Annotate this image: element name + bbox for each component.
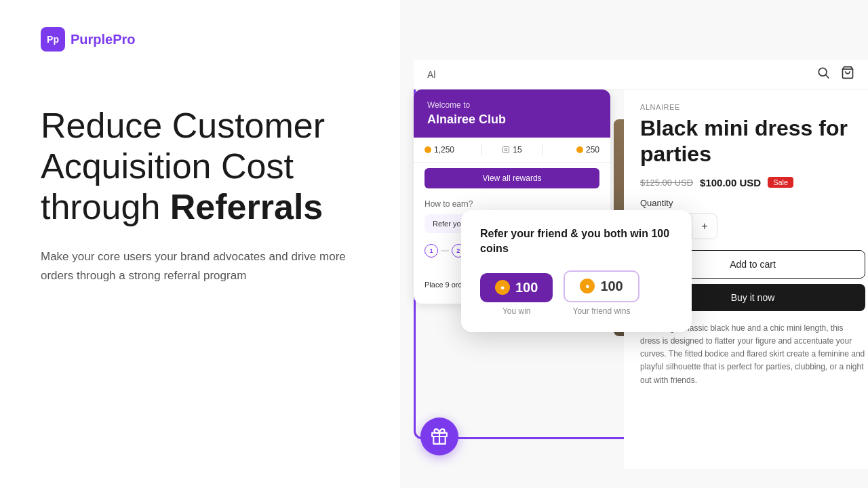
loyalty-stats: 1,250 15 250 xyxy=(414,138,610,163)
store-topbar: Al xyxy=(414,60,868,89)
step-1: 1 xyxy=(425,244,438,258)
stat-divider-2 xyxy=(542,144,542,155)
loyalty-club-name: Alnairee Club xyxy=(427,113,597,127)
friend-coin-column: ● 100 Your friend wins xyxy=(564,270,639,316)
search-icon[interactable] xyxy=(816,66,830,83)
you-coin-card: ● 100 xyxy=(480,273,553,302)
price-original: $125.00 USD xyxy=(640,178,693,188)
subtext: Make your core users your brand advocate… xyxy=(41,247,353,284)
logo-area: Pp PurplePro xyxy=(41,27,359,52)
friend-wins-label: Your friend wins xyxy=(573,306,631,316)
stamp-icon xyxy=(502,146,510,154)
you-win-label: You win xyxy=(502,306,531,316)
loyalty-stamps-stat: 15 xyxy=(485,145,539,155)
friend-coin-card: ● 100 xyxy=(564,270,639,302)
you-coin-icon: ● xyxy=(495,280,510,295)
headline: Reduce Customer Acquisition Cost through… xyxy=(41,106,359,227)
referral-modal: Refer your friend & you both win 100 coi… xyxy=(461,210,692,332)
product-brand: ALNAIREE xyxy=(640,103,865,111)
price-sale: $100.00 USD xyxy=(700,177,761,188)
you-coin-value: 100 xyxy=(515,280,538,296)
loyalty-points-stat: 250 xyxy=(545,145,599,155)
referral-coins-row: ● 100 You win ● 100 Your friend wins xyxy=(480,270,673,316)
how-to-earn-label: How to earn? xyxy=(414,194,610,211)
logo-text: PurplePro xyxy=(71,32,136,47)
you-coin-column: ● 100 You win xyxy=(480,273,553,316)
gift-icon xyxy=(431,428,448,445)
friend-coin-value: 100 xyxy=(600,279,623,294)
gift-fab-button[interactable] xyxy=(420,418,458,455)
stat-divider-1 xyxy=(481,144,482,155)
loyalty-welcome: Welcome to xyxy=(427,100,597,110)
coin-icon xyxy=(425,146,431,153)
price-row: $125.00 USD $100.00 USD Sale xyxy=(640,177,865,188)
right-panel: Al Welcome to Alnairee Club 1,250 15 xyxy=(400,0,868,488)
friend-coin-icon: ● xyxy=(580,279,595,293)
store-name: Al xyxy=(427,69,435,80)
svg-point-0 xyxy=(818,68,827,76)
quantity-label: Quantity xyxy=(640,198,865,208)
loyalty-header: Welcome to Alnairee Club xyxy=(414,89,610,138)
referral-title: Refer your friend & you both win 100 coi… xyxy=(480,226,673,257)
loyalty-coins-stat: 1,250 xyxy=(425,145,479,155)
product-title: Black mini dress for parties xyxy=(640,115,865,167)
svg-rect-3 xyxy=(503,147,509,153)
sale-badge: Sale xyxy=(768,177,793,188)
svg-line-1 xyxy=(826,75,829,79)
topbar-icons xyxy=(816,66,854,83)
logo-icon: Pp xyxy=(41,27,65,52)
quantity-increase-button[interactable]: + xyxy=(692,214,717,239)
view-rewards-button[interactable]: View all rewards xyxy=(425,168,599,188)
points-icon xyxy=(576,146,583,153)
left-panel: Pp PurplePro Reduce Customer Acquisition… xyxy=(0,0,400,488)
step-line-1 xyxy=(441,250,449,251)
cart-icon[interactable] xyxy=(841,66,854,83)
